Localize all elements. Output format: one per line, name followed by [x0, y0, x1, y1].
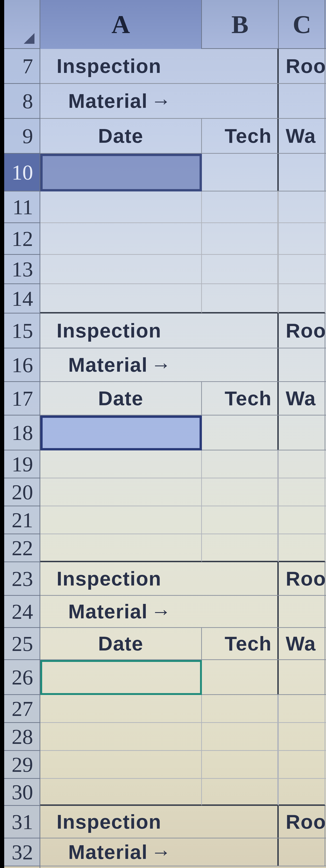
cell-7-inspection[interactable]: Inspection: [40, 49, 279, 83]
cell-14-c[interactable]: [279, 284, 325, 313]
cell-25-wa[interactable]: Wa: [279, 628, 325, 659]
cell-9-wa[interactable]: Wa: [279, 119, 325, 153]
cell-17-date[interactable]: Date: [40, 382, 202, 415]
cell-14-b[interactable]: [202, 284, 279, 313]
cell-10-b[interactable]: [202, 154, 279, 191]
cell-20-a[interactable]: [40, 478, 202, 506]
cell-29-a[interactable]: [40, 751, 202, 778]
cell-22-c[interactable]: [279, 534, 325, 562]
cell-17-wa[interactable]: Wa: [279, 382, 325, 415]
row-header-9[interactable]: 9: [4, 119, 40, 154]
column-header-c[interactable]: C: [279, 0, 325, 49]
cell-31-inspection[interactable]: Inspection: [40, 806, 279, 838]
cell-15-inspection[interactable]: Inspection: [40, 313, 279, 348]
row-header-10[interactable]: 10: [4, 154, 40, 191]
row-header-16[interactable]: 16: [4, 348, 40, 382]
cell-16-material[interactable]: Material→: [40, 348, 279, 381]
cell-22-a[interactable]: [40, 534, 202, 562]
row-header-14[interactable]: 14: [4, 284, 40, 313]
cell-32-material[interactable]: Material→: [40, 838, 279, 866]
cell-11-b[interactable]: [202, 191, 279, 222]
cell-30-a[interactable]: [40, 779, 202, 806]
cell-14-a[interactable]: [40, 284, 202, 313]
select-all-corner[interactable]: [4, 0, 40, 49]
row-header-12[interactable]: 12: [4, 223, 40, 255]
row-header-24[interactable]: 24: [4, 596, 40, 628]
cell-26-b[interactable]: [202, 660, 279, 694]
row-header-20[interactable]: 20: [4, 478, 40, 506]
cell-28-c[interactable]: [279, 723, 325, 750]
cell-20-b[interactable]: [202, 478, 279, 506]
cell-21-a[interactable]: [40, 506, 202, 533]
row-header-30[interactable]: 30: [4, 779, 40, 806]
cell-10-a[interactable]: [40, 154, 202, 191]
row-header-23[interactable]: 23: [4, 562, 40, 596]
cell-26-a[interactable]: [40, 660, 202, 694]
row-header-29[interactable]: 29: [4, 751, 40, 779]
cell-9-date[interactable]: Date: [40, 119, 202, 153]
cell-13-a[interactable]: [40, 255, 202, 283]
row-header-32[interactable]: 32: [4, 838, 40, 866]
cell-18-a[interactable]: [40, 415, 202, 450]
cell-25-tech[interactable]: Tech: [202, 628, 279, 659]
cell-23-room[interactable]: Roo: [279, 562, 325, 595]
cell-30-b[interactable]: [202, 779, 279, 806]
cell-16-c[interactable]: [279, 348, 325, 381]
cell-24-c[interactable]: [279, 596, 325, 627]
cell-8-material[interactable]: Material→: [40, 84, 279, 118]
cell-19-a[interactable]: [40, 451, 202, 478]
row-header-26[interactable]: 26: [4, 660, 40, 695]
cell-10-c[interactable]: [279, 154, 325, 191]
cell-29-b[interactable]: [202, 751, 279, 778]
column-header-a[interactable]: A: [40, 0, 202, 49]
cell-28-b[interactable]: [202, 723, 279, 750]
cell-30-c[interactable]: [279, 779, 325, 806]
cell-27-a[interactable]: [40, 695, 202, 722]
cell-8-c[interactable]: [279, 84, 325, 118]
cell-25-date[interactable]: Date: [40, 628, 202, 659]
cell-24-material[interactable]: Material→: [40, 596, 279, 627]
row-header-17[interactable]: 17: [4, 382, 40, 415]
cell-9-tech[interactable]: Tech: [202, 119, 279, 153]
cell-27-b[interactable]: [202, 695, 279, 722]
cell-21-b[interactable]: [202, 506, 279, 533]
cell-19-c[interactable]: [279, 451, 325, 478]
cell-13-b[interactable]: [202, 255, 279, 283]
row-header-13[interactable]: 13: [4, 255, 40, 284]
cell-12-c[interactable]: [279, 223, 325, 254]
row-header-28[interactable]: 28: [4, 723, 40, 751]
cell-7-room[interactable]: Roo: [279, 49, 325, 83]
cell-19-b[interactable]: [202, 451, 279, 478]
row-header-7[interactable]: 7: [4, 49, 40, 84]
cell-28-a[interactable]: [40, 723, 202, 750]
row-header-8[interactable]: 8: [4, 84, 40, 119]
row-header-18[interactable]: 18: [4, 415, 40, 451]
row-header-19[interactable]: 19: [4, 451, 40, 478]
cell-11-c[interactable]: [279, 191, 325, 222]
cell-20-c[interactable]: [279, 478, 325, 506]
cell-31-room[interactable]: Roo: [279, 806, 325, 838]
cell-23-inspection[interactable]: Inspection: [40, 562, 279, 595]
cell-22-b[interactable]: [202, 534, 279, 562]
cell-18-b[interactable]: [202, 415, 279, 450]
cell-21-c[interactable]: [279, 506, 325, 533]
row-header-15[interactable]: 15: [4, 313, 40, 348]
row-header-22[interactable]: 22: [4, 534, 40, 562]
cell-29-c[interactable]: [279, 751, 325, 778]
cell-12-b[interactable]: [202, 223, 279, 254]
cell-26-c[interactable]: [279, 660, 325, 694]
cell-18-c[interactable]: [279, 415, 325, 450]
row-header-27[interactable]: 27: [4, 695, 40, 723]
cell-12-a[interactable]: [40, 223, 202, 254]
row-header-31[interactable]: 31: [4, 806, 40, 838]
row-header-11[interactable]: 11: [4, 191, 40, 223]
column-header-b[interactable]: B: [202, 0, 279, 49]
cell-15-room[interactable]: Roo: [279, 313, 325, 348]
cell-32-c[interactable]: [279, 838, 325, 866]
row-header-25[interactable]: 25: [4, 628, 40, 660]
cell-13-c[interactable]: [279, 255, 325, 283]
cell-27-c[interactable]: [279, 695, 325, 722]
row-header-21[interactable]: 21: [4, 506, 40, 534]
cell-11-a[interactable]: [40, 191, 202, 222]
cell-17-tech[interactable]: Tech: [202, 382, 279, 415]
